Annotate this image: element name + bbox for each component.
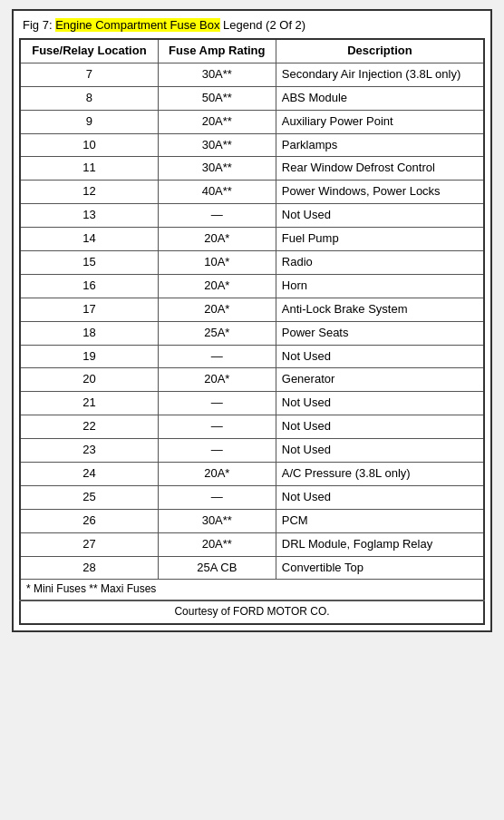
footnote-row: * Mini Fuses ** Maxi Fuses	[20, 580, 484, 600]
cell-amp: —	[158, 485, 276, 509]
cell-amp: —	[158, 392, 276, 415]
cell-desc: DRL Module, Foglamp Relay	[276, 532, 484, 556]
cell-location: 11	[20, 157, 158, 181]
cell-desc: ABS Module	[276, 86, 484, 110]
cell-desc: Auxiliary Power Point	[276, 110, 484, 133]
table-row: 2020A*Generator	[20, 368, 484, 392]
cell-amp: 30A**	[158, 157, 276, 181]
cell-location: 20	[20, 368, 158, 392]
cell-desc: Horn	[276, 274, 484, 298]
cell-location: 12	[20, 181, 158, 204]
courtesy-row: Courtesy of FORD MOTOR CO.	[20, 600, 484, 624]
cell-location: 15	[20, 251, 158, 275]
col-header-location: Fuse/Relay Location	[20, 39, 158, 63]
cell-location: 16	[20, 274, 158, 298]
cell-desc: PCM	[276, 509, 484, 532]
cell-location: 25	[20, 485, 158, 509]
cell-desc: Not Used	[276, 345, 484, 368]
cell-amp: —	[158, 415, 276, 439]
cell-amp: —	[158, 345, 276, 368]
cell-desc: Not Used	[276, 485, 484, 509]
cell-amp: 30A**	[158, 133, 276, 157]
footnote-text: * Mini Fuses ** Maxi Fuses	[20, 580, 484, 600]
courtesy-text: Courtesy of FORD MOTOR CO.	[20, 600, 484, 624]
cell-amp: 20A**	[158, 110, 276, 133]
table-row: 2825A CBConvertible Top	[20, 556, 484, 580]
cell-amp: 20A*	[158, 463, 276, 486]
cell-location: 17	[20, 298, 158, 321]
cell-amp: 50A**	[158, 86, 276, 110]
table-row: 13—Not Used	[20, 204, 484, 228]
cell-amp: —	[158, 439, 276, 463]
table-row: 1720A*Anti-Lock Brake System	[20, 298, 484, 321]
table-row: 730A**Secondary Air Injection (3.8L only…	[20, 63, 484, 86]
cell-location: 18	[20, 321, 158, 345]
cell-desc: Generator	[276, 368, 484, 392]
table-row: 1825A*Power Seats	[20, 321, 484, 345]
cell-location: 13	[20, 204, 158, 228]
col-header-desc: Description	[276, 39, 484, 63]
cell-desc: Anti-Lock Brake System	[276, 298, 484, 321]
cell-desc: Not Used	[276, 392, 484, 415]
cell-location: 24	[20, 463, 158, 486]
cell-desc: A/C Pressure (3.8L only)	[276, 463, 484, 486]
cell-amp: 20A*	[158, 368, 276, 392]
cell-amp: 10A*	[158, 251, 276, 275]
table-row: 850A**ABS Module	[20, 86, 484, 110]
table-row: 25—Not Used	[20, 485, 484, 509]
table-row: 19—Not Used	[20, 345, 484, 368]
cell-amp: 20A*	[158, 298, 276, 321]
table-row: 2720A**DRL Module, Foglamp Relay	[20, 532, 484, 556]
table-row: 1620A*Horn	[20, 274, 484, 298]
page-container: Fig 7: Engine Compartment Fuse Box Legen…	[12, 9, 492, 632]
cell-amp: 20A*	[158, 228, 276, 251]
cell-desc: Rear Window Defrost Control	[276, 157, 484, 181]
cell-desc: Power Seats	[276, 321, 484, 345]
table-row: 2420A*A/C Pressure (3.8L only)	[20, 463, 484, 486]
cell-desc: Not Used	[276, 415, 484, 439]
cell-location: 21	[20, 392, 158, 415]
cell-location: 28	[20, 556, 158, 580]
cell-amp: 25A CB	[158, 556, 276, 580]
cell-location: 27	[20, 532, 158, 556]
col-header-amp: Fuse Amp Rating	[158, 39, 276, 63]
table-row: 1130A**Rear Window Defrost Control	[20, 157, 484, 181]
cell-location: 8	[20, 86, 158, 110]
cell-desc: Not Used	[276, 204, 484, 228]
fig-suffix: Legend (2 Of 2)	[220, 18, 306, 32]
table-row: 2630A**PCM	[20, 509, 484, 532]
fig-highlight: Engine Compartment Fuse Box	[55, 18, 219, 32]
table-row: 1030A**Parklamps	[20, 133, 484, 157]
cell-desc: Radio	[276, 251, 484, 275]
cell-location: 7	[20, 63, 158, 86]
cell-location: 22	[20, 415, 158, 439]
fig-title: Fig 7: Engine Compartment Fuse Box Legen…	[19, 16, 485, 34]
table-row: 22—Not Used	[20, 415, 484, 439]
cell-location: 23	[20, 439, 158, 463]
cell-location: 9	[20, 110, 158, 133]
cell-desc: Secondary Air Injection (3.8L only)	[276, 63, 484, 86]
table-row: 1510A*Radio	[20, 251, 484, 275]
table-row: 21—Not Used	[20, 392, 484, 415]
cell-amp: —	[158, 204, 276, 228]
cell-location: 19	[20, 345, 158, 368]
table-header-row: Fuse/Relay Location Fuse Amp Rating Desc…	[20, 39, 484, 63]
cell-amp: 25A*	[158, 321, 276, 345]
table-row: 1420A*Fuel Pump	[20, 228, 484, 251]
cell-amp: 40A**	[158, 181, 276, 204]
cell-location: 26	[20, 509, 158, 532]
cell-location: 14	[20, 228, 158, 251]
cell-amp: 30A**	[158, 63, 276, 86]
fig-prefix: Fig 7:	[23, 18, 55, 32]
table-row: 23—Not Used	[20, 439, 484, 463]
cell-desc: Parklamps	[276, 133, 484, 157]
table-row: 920A**Auxiliary Power Point	[20, 110, 484, 133]
table-row: 1240A**Power Windows, Power Locks	[20, 181, 484, 204]
fuse-table: Fuse/Relay Location Fuse Amp Rating Desc…	[19, 38, 485, 625]
cell-amp: 30A**	[158, 509, 276, 532]
cell-desc: Power Windows, Power Locks	[276, 181, 484, 204]
cell-desc: Not Used	[276, 439, 484, 463]
cell-desc: Convertible Top	[276, 556, 484, 580]
cell-amp: 20A**	[158, 532, 276, 556]
cell-location: 10	[20, 133, 158, 157]
